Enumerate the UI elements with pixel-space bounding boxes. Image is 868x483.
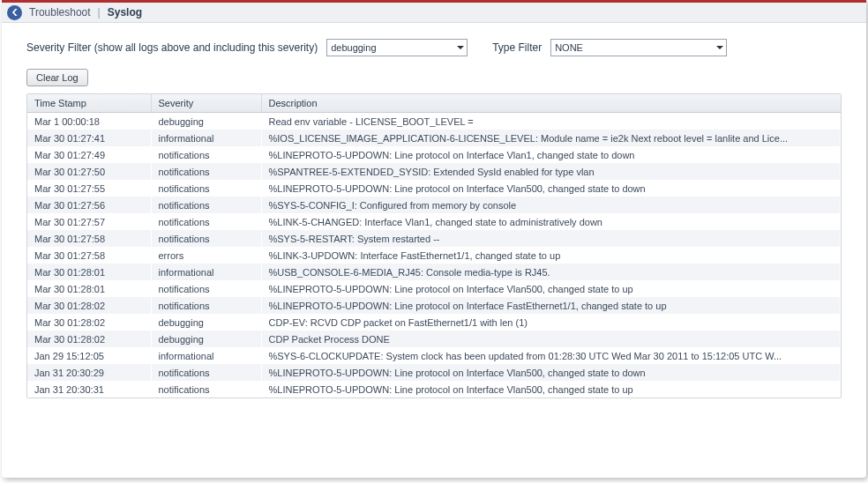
cell-description: %LINEPROTO-5-UPDOWN: Line protocol on In… — [261, 364, 841, 381]
cell-severity: notifications — [151, 297, 261, 314]
cell-severity: notifications — [151, 381, 261, 398]
cell-severity: debugging — [151, 314, 261, 331]
clear-log-button[interactable]: Clear Log — [26, 69, 88, 86]
breadcrumb-current: Syslog — [108, 6, 142, 19]
back-button[interactable] — [7, 5, 22, 20]
cell-severity: notifications — [151, 163, 261, 180]
cell-timestamp: Mar 30 01:28:02 — [27, 331, 151, 347]
cell-description: %SYS-6-CLOCKUPDATE: System clock has bee… — [261, 347, 841, 364]
cell-timestamp: Mar 30 01:27:55 — [27, 180, 151, 197]
cell-description: %LINEPROTO-5-UPDOWN: Line protocol on In… — [261, 280, 841, 297]
cell-description: %LINEPROTO-5-UPDOWN: Line protocol on In… — [261, 180, 841, 197]
table-row[interactable]: Mar 30 01:28:02notifications%LINEPROTO-5… — [27, 297, 841, 314]
table-row[interactable]: Mar 1 00:00:18debuggingRead env variable… — [27, 113, 841, 130]
table-row[interactable]: Mar 30 01:28:02debuggingCDP-EV: RCVD CDP… — [27, 314, 841, 331]
table-row[interactable]: Mar 30 01:27:58notifications%SYS-5-RESTA… — [27, 230, 841, 247]
cell-description: %LINEPROTO-5-UPDOWN: Line protocol on In… — [261, 381, 841, 398]
cell-timestamp: Mar 1 00:00:18 — [27, 113, 151, 130]
table-row[interactable]: Mar 30 01:27:49notifications%LINEPROTO-5… — [27, 146, 841, 163]
type-filter-select[interactable]: NONE — [550, 39, 727, 56]
breadcrumb-parent[interactable]: Troubleshoot — [29, 6, 91, 19]
table-row[interactable]: Mar 30 01:27:50notifications%SPANTREE-5-… — [27, 163, 841, 180]
cell-severity: notifications — [151, 364, 261, 381]
table-row[interactable]: Mar 30 01:27:58errors%LINK-3-UPDOWN: Int… — [27, 247, 841, 264]
table-row[interactable]: Mar 30 01:27:56notifications%SYS-5-CONFI… — [27, 197, 841, 213]
cell-severity: notifications — [151, 180, 261, 197]
cell-timestamp: Mar 30 01:27:56 — [27, 197, 151, 213]
cell-description: Read env variable - LICENSE_BOOT_LEVEL = — [261, 113, 841, 130]
cell-severity: debugging — [151, 113, 261, 130]
cell-description: %IOS_LICENSE_IMAGE_APPLICATION-6-LICENSE… — [261, 130, 841, 146]
col-header-description[interactable]: Description — [261, 94, 841, 113]
cell-severity: informational — [151, 130, 261, 146]
col-header-severity[interactable]: Severity — [151, 94, 261, 113]
severity-filter-select[interactable]: debugging — [326, 39, 468, 56]
cell-description: %LINEPROTO-5-UPDOWN: Line protocol on In… — [261, 146, 841, 163]
cell-timestamp: Mar 30 01:27:50 — [27, 163, 151, 180]
cell-description: %SYS-5-CONFIG_I: Configured from memory … — [261, 197, 841, 213]
table-row[interactable]: Jan 29 15:12:05informational%SYS-6-CLOCK… — [27, 347, 841, 364]
cell-timestamp: Jan 31 20:30:31 — [27, 381, 151, 398]
table-row[interactable]: Mar 30 01:27:55notifications%LINEPROTO-5… — [27, 180, 841, 197]
table-row[interactable]: Jan 31 20:30:29notifications%LINEPROTO-5… — [27, 364, 841, 381]
cell-description: %LINK-5-CHANGED: Interface Vlan1, change… — [261, 213, 841, 230]
cell-timestamp: Mar 30 01:28:01 — [27, 280, 151, 297]
chevron-left-icon — [11, 9, 19, 16]
breadcrumb: Troubleshoot | Syslog — [29, 6, 142, 19]
filter-row: Severity Filter (show all logs above and… — [26, 39, 842, 56]
severity-filter-label: Severity Filter (show all logs above and… — [26, 41, 318, 54]
cell-description: %USB_CONSOLE-6-MEDIA_RJ45: Console media… — [261, 264, 841, 280]
cell-description: %SPANTREE-5-EXTENDED_SYSID: Extended Sys… — [261, 163, 841, 180]
cell-timestamp: Jan 31 20:30:29 — [27, 364, 151, 381]
cell-timestamp: Mar 30 01:27:58 — [27, 230, 151, 247]
cell-timestamp: Mar 30 01:27:41 — [27, 130, 151, 146]
chevron-down-icon — [716, 46, 723, 49]
cell-severity: notifications — [151, 213, 261, 230]
chevron-down-icon — [457, 46, 464, 49]
cell-timestamp: Mar 30 01:28:02 — [27, 314, 151, 331]
topbar: Troubleshoot | Syslog — [2, 0, 866, 23]
cell-description: %LINEPROTO-5-UPDOWN: Line protocol on In… — [261, 297, 841, 314]
table-row[interactable]: Jan 31 20:30:31notifications%LINEPROTO-5… — [27, 381, 841, 398]
table-row[interactable]: Mar 30 01:27:41informational%IOS_LICENSE… — [27, 130, 841, 146]
syslog-table-container: Time Stamp Severity Description Mar 1 00… — [26, 93, 842, 398]
cell-severity: errors — [151, 247, 261, 264]
table-header-row: Time Stamp Severity Description — [27, 94, 841, 113]
cell-description: %LINK-3-UPDOWN: Interface FastEthernet1/… — [261, 247, 841, 264]
type-filter-label: Type Filter — [492, 41, 542, 54]
cell-severity: notifications — [151, 146, 261, 163]
table-row[interactable]: Mar 30 01:28:02debuggingCDP Packet Proce… — [27, 331, 841, 347]
cell-timestamp: Mar 30 01:27:58 — [27, 247, 151, 264]
col-header-timestamp[interactable]: Time Stamp — [27, 94, 151, 113]
cell-timestamp: Mar 30 01:27:49 — [27, 146, 151, 163]
cell-timestamp: Mar 30 01:28:01 — [27, 264, 151, 280]
table-row[interactable]: Mar 30 01:28:01notifications%LINEPROTO-5… — [27, 280, 841, 297]
content-area: Severity Filter (show all logs above and… — [2, 23, 866, 407]
cell-timestamp: Mar 30 01:27:57 — [27, 213, 151, 230]
cell-severity: notifications — [151, 280, 261, 297]
cell-severity: informational — [151, 347, 261, 364]
cell-timestamp: Jan 29 15:12:05 — [27, 347, 151, 364]
cell-severity: debugging — [151, 331, 261, 347]
cell-description: CDP-EV: RCVD CDP packet on FastEthernet1… — [261, 314, 841, 331]
cell-severity: informational — [151, 264, 261, 280]
cell-severity: notifications — [151, 197, 261, 213]
syslog-table: Time Stamp Severity Description Mar 1 00… — [27, 94, 841, 398]
table-row[interactable]: Mar 30 01:28:01informational%USB_CONSOLE… — [27, 264, 841, 280]
cell-description: CDP Packet Process DONE — [261, 331, 841, 347]
severity-filter-value: debugging — [331, 42, 376, 53]
cell-description: %SYS-5-RESTART: System restarted -- — [261, 230, 841, 247]
breadcrumb-separator: | — [98, 6, 101, 19]
cell-severity: notifications — [151, 230, 261, 247]
table-row[interactable]: Mar 30 01:27:57notifications%LINK-5-CHAN… — [27, 213, 841, 230]
cell-timestamp: Mar 30 01:28:02 — [27, 297, 151, 314]
type-filter-value: NONE — [555, 42, 583, 53]
